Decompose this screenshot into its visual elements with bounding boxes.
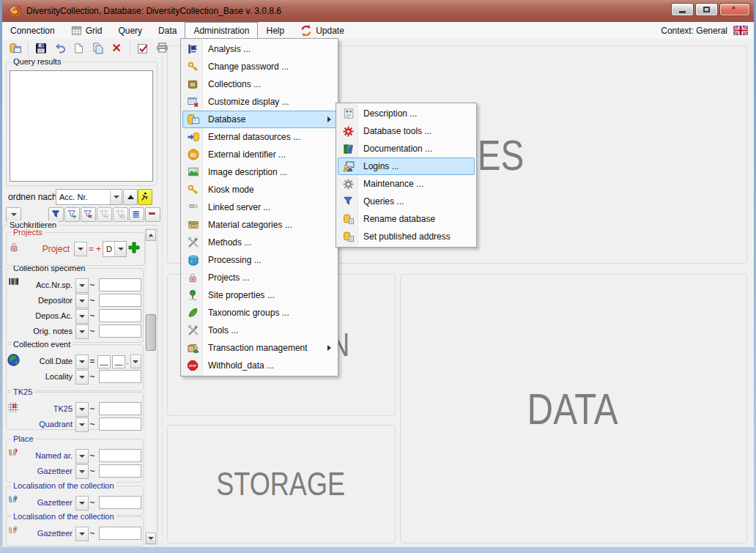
gazetteer-input[interactable] bbox=[99, 527, 141, 540]
administration-menu-item-customize-display[interactable]: Customize display ... bbox=[182, 93, 336, 111]
query-results-list[interactable] bbox=[10, 70, 153, 182]
depositor-input[interactable] bbox=[99, 294, 141, 307]
orig-notes-input[interactable] bbox=[99, 324, 141, 338]
criteria-scrollbar[interactable] bbox=[145, 229, 157, 545]
depos-ac-input[interactable] bbox=[99, 309, 141, 322]
project-field-label: Project bbox=[33, 242, 70, 256]
administration-menu-item-methods[interactable]: Methods ... bbox=[182, 234, 336, 251]
administration-menu-item-image-description[interactable]: Image description ... bbox=[182, 163, 336, 181]
administration-menu-item-linked-server[interactable]: Linked server ... bbox=[182, 198, 336, 216]
database-submenu-item-database-tools[interactable]: Database tools ... bbox=[338, 122, 475, 140]
snail-icon bbox=[9, 5, 21, 18]
administration-menu-item-kiosk-mode[interactable]: Kiosk mode bbox=[182, 181, 336, 198]
administration-menu-item-database[interactable]: Database bbox=[182, 111, 336, 128]
menu-administration[interactable]: Administration bbox=[185, 22, 258, 39]
project-operator-dropdown[interactable] bbox=[74, 242, 87, 256]
scrollbar-down-button[interactable] bbox=[146, 532, 156, 544]
clear-filter-button[interactable] bbox=[81, 207, 96, 222]
administration-menu-item-external-datasources[interactable]: External datasources ... bbox=[182, 128, 336, 146]
copy-button[interactable] bbox=[89, 40, 108, 57]
data-forms-button[interactable] bbox=[6, 40, 25, 57]
project-plus: + bbox=[96, 242, 101, 256]
key-icon bbox=[183, 62, 203, 73]
chevron-down-icon[interactable] bbox=[110, 190, 122, 204]
drop-arrow-icon bbox=[11, 213, 17, 216]
administration-menu-item-site-properties[interactable]: Site properties ... bbox=[182, 286, 336, 304]
scrollbar-thumb[interactable] bbox=[146, 314, 156, 351]
database-submenu-item-logins[interactable]: Logins ... bbox=[338, 157, 475, 175]
named-ar-input[interactable] bbox=[99, 449, 141, 462]
add-criterion-button[interactable] bbox=[128, 242, 140, 253]
administration-menu-item-tools[interactable]: Tools ... bbox=[182, 322, 336, 339]
list-view-button[interactable] bbox=[129, 207, 144, 222]
scroll-up-button[interactable] bbox=[123, 189, 138, 205]
quadrant-label: Quadrant bbox=[24, 417, 73, 431]
order-by-select[interactable]: Acc. Nr. bbox=[56, 189, 122, 205]
gazetteer-input[interactable] bbox=[99, 496, 141, 509]
menu-help[interactable]: Help bbox=[258, 22, 292, 39]
database-submenu-item-maintenance[interactable]: Maintenance ... bbox=[338, 175, 475, 193]
window-border-left bbox=[0, 0, 2, 553]
delete-button[interactable] bbox=[108, 40, 127, 57]
close-button[interactable] bbox=[719, 3, 750, 16]
menu-connection[interactable]: Connection bbox=[2, 22, 63, 39]
administration-menu-item-withhold-data[interactable]: STOPWithhold_data ... bbox=[182, 357, 336, 374]
menu-update[interactable]: Update bbox=[292, 22, 352, 39]
new-record-button[interactable] bbox=[70, 40, 89, 57]
administration-menu-item-taxonomic-groups[interactable]: Taxonomic groups ... bbox=[182, 304, 336, 322]
administration-menu-item-external-identifier[interactable]: IDExternal identifier ... bbox=[182, 146, 336, 163]
quadrant-input[interactable] bbox=[99, 417, 141, 431]
database-submenu-item-queries[interactable]: Queries ... bbox=[338, 193, 475, 210]
tk25-label: TK25 bbox=[11, 387, 34, 397]
tk25-input[interactable] bbox=[99, 402, 141, 415]
uk-flag-icon[interactable] bbox=[733, 26, 748, 35]
menu-item-label: Processing ... bbox=[208, 255, 262, 265]
title-bar[interactable]: DiversityCollection, Database: Diversity… bbox=[2, 0, 754, 22]
locality-input[interactable] bbox=[99, 370, 141, 383]
administration-menu-item-material-categories[interactable]: Material categories ... bbox=[182, 216, 336, 234]
database-submenu-item-rename-database[interactable]: Rename database bbox=[338, 210, 475, 228]
project-value-select[interactable]: D bbox=[103, 241, 127, 257]
next-filter-button[interactable] bbox=[97, 207, 112, 222]
filter-toggle-button[interactable] bbox=[6, 207, 21, 222]
add-filter-button[interactable] bbox=[64, 207, 80, 222]
gazetteer-input[interactable] bbox=[99, 464, 141, 478]
save-button[interactable] bbox=[32, 40, 51, 57]
edit-filter-button[interactable] bbox=[113, 207, 128, 222]
database-submenu-item-set-published-address[interactable]: Set published address bbox=[338, 228, 475, 245]
database-submenu-item-description[interactable]: Description ... bbox=[338, 105, 475, 122]
administration-menu-item-collections[interactable]: Collections ... bbox=[182, 75, 336, 93]
checklist-button[interactable] bbox=[133, 40, 152, 57]
update-icon bbox=[300, 25, 312, 37]
collapse-button[interactable] bbox=[145, 207, 160, 222]
panel-splitter[interactable] bbox=[162, 57, 163, 547]
query-results-label: Query results bbox=[11, 57, 63, 67]
menu-data[interactable]: Data bbox=[150, 22, 185, 39]
menu-item-label: Description ... bbox=[363, 108, 417, 119]
coll-date-date-input[interactable]: ____. bbox=[97, 355, 141, 368]
administration-menu-item-processing[interactable]: Processing ... bbox=[182, 251, 336, 269]
acc-nr-sp-input[interactable] bbox=[99, 278, 141, 292]
undo-button[interactable] bbox=[51, 40, 70, 57]
grid-icon bbox=[71, 26, 82, 36]
minimize-button[interactable] bbox=[671, 3, 694, 16]
tools-icon bbox=[183, 324, 203, 336]
scrollbar-up-button[interactable] bbox=[146, 229, 156, 241]
apply-filter-button[interactable] bbox=[48, 207, 64, 222]
place-group: PlaceNamed ar.~Gazetteer~ bbox=[6, 439, 144, 483]
database-submenu-item-documentation[interactable]: Documentation ... bbox=[338, 140, 475, 157]
administration-menu-item-analysis[interactable]: Analysis ... bbox=[182, 40, 336, 58]
menu-grid[interactable]: Grid bbox=[63, 22, 111, 39]
print-button[interactable] bbox=[152, 40, 171, 57]
menu-item-label: Set published address bbox=[363, 231, 451, 242]
chevron-down-icon[interactable] bbox=[114, 242, 126, 256]
coll-date-operator: = bbox=[87, 355, 97, 368]
administration-menu-item-transaction-management[interactable]: Transaction management bbox=[182, 339, 336, 357]
administration-menu-item-change-password[interactable]: Change password ... bbox=[182, 58, 336, 75]
barcode-icon bbox=[7, 278, 20, 287]
menu-query[interactable]: Query bbox=[110, 22, 150, 39]
run-query-button[interactable] bbox=[138, 189, 152, 205]
up-arrow-icon bbox=[127, 195, 134, 199]
administration-menu-item-projects[interactable]: Projects ... bbox=[182, 269, 336, 286]
maximize-button[interactable] bbox=[695, 3, 718, 16]
